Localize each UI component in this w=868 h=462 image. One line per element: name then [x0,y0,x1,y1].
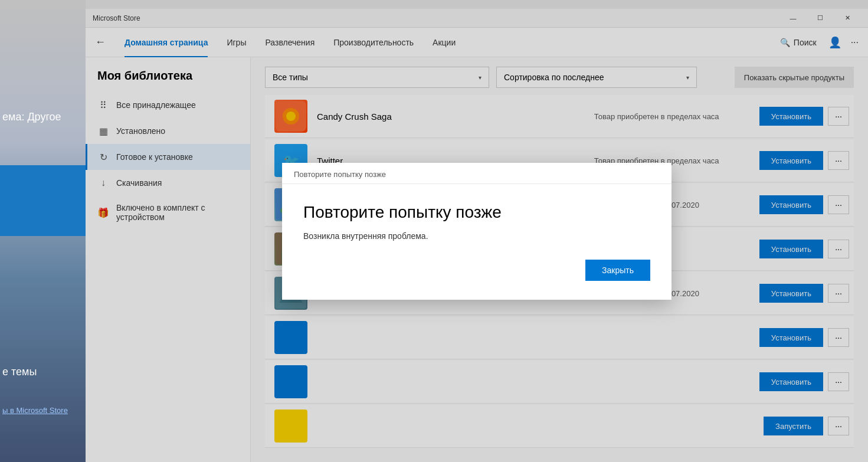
dialog-message: Возникла внутренняя проблема. [303,231,650,241]
error-dialog: Повторите попытку позже Повторите попытк… [282,163,672,300]
dialog-overlay: Повторите попытку позже Повторите попытк… [86,0,868,462]
dialog-header: Повторите попытку позже [282,163,672,184]
bg-themes-label: е темы [2,366,37,378]
dialog-footer: Закрыть [303,260,650,286]
dialog-close-button[interactable]: Закрыть [585,260,650,281]
dialog-title: Повторите попытку позже [303,203,650,222]
bg-tile [0,165,86,236]
bg-store-link[interactable]: ы в Microsoft Store [2,406,68,415]
bg-theme-text: ема: Другое [2,111,61,123]
dialog-body: Повторите попытку позже Возникла внутрен… [282,184,672,300]
background-left: ема: Другое е темы ы в Microsoft Store [0,0,86,462]
